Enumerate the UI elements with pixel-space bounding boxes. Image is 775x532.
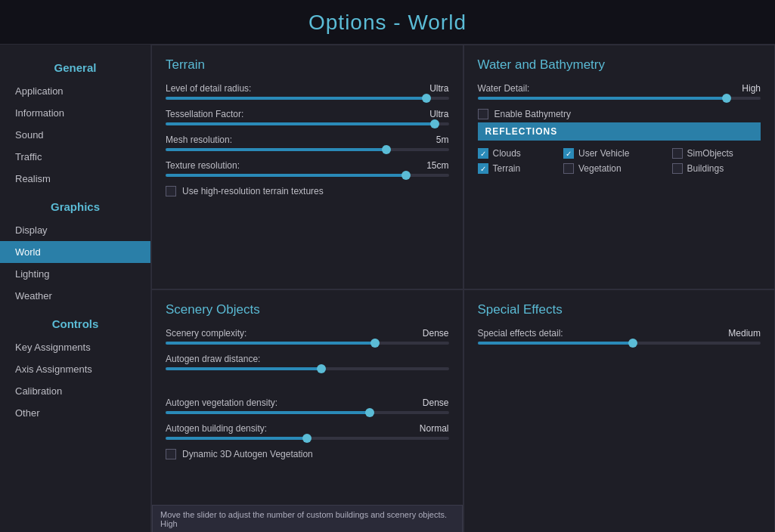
sidebar-item-sound[interactable]: Sound [0,124,150,146]
reflection-buildings[interactable]: Buildings [672,163,761,174]
buildings-checkbox[interactable] [672,163,683,174]
building-density-value: Normal [420,423,449,434]
veg-density-track[interactable] [166,411,449,414]
tess-value: Ultra [429,109,448,119]
texture-slider-row: Texture resolution: 15cm [166,160,449,177]
complexity-value: Dense [423,328,449,339]
texture-thumb[interactable] [401,171,411,180]
terrain-label: Terrain [493,163,521,174]
tess-fill [166,122,435,125]
terrain-checkbox[interactable] [478,163,488,174]
reflections-bar: REFLECTIONS [478,122,761,141]
mesh-thumb[interactable] [382,145,391,154]
clouds-checkbox[interactable] [478,148,488,159]
reflections-grid: Clouds User Vehicle SimObjects Terrain V… [478,148,761,174]
effects-title: Special Effects [478,302,761,317]
texture-track[interactable] [166,174,449,177]
water-detail-label: Water Detail: [478,83,530,94]
autogen-dist-track[interactable] [166,367,449,370]
lod-thumb[interactable] [422,94,431,103]
hires-terrain-checkbox[interactable] [166,186,176,196]
tess-track[interactable] [166,122,449,125]
sidebar-group-general: General [0,51,150,80]
sidebar-item-calibration[interactable]: Calibration [0,380,150,402]
water-detail-thumb[interactable] [722,94,731,103]
autogen-dist-fill [166,367,321,370]
reflection-vegetation[interactable]: Vegetation [563,163,657,174]
sidebar-item-weather[interactable]: Weather [0,285,150,307]
sidebar-item-axis-assignments[interactable]: Axis Assignments [0,358,150,380]
complexity-label: Scenery complexity: [166,328,246,339]
lod-track[interactable] [166,97,449,100]
tess-thumb[interactable] [430,119,439,128]
bathymetry-checkbox[interactable] [478,109,488,119]
veg-density-label: Autogen vegetation density: [166,397,277,408]
mesh-value: 5m [436,135,449,145]
effects-detail-thumb[interactable] [628,339,637,348]
reflection-user-vehicle[interactable]: User Vehicle [563,148,657,159]
dynamic-veg-checkbox[interactable] [166,449,176,459]
sidebar-item-display[interactable]: Display [0,219,150,241]
mesh-label: Mesh resolution: [166,135,232,145]
water-panel: Water and Bathymetry Water Detail: High … [463,45,776,289]
mesh-fill [166,148,386,151]
vegetation-label: Vegetation [578,163,622,174]
sidebar-item-realism[interactable]: Realism [0,168,150,190]
texture-value: 15cm [426,160,448,171]
terrain-title: Terrain [166,57,449,73]
reflection-simobjects[interactable]: SimObjects [672,148,761,159]
sidebar-group-graphics: Graphics [0,190,150,219]
lod-value: Ultra [429,83,448,94]
complexity-thumb[interactable] [370,339,380,348]
building-density-label: Autogen building density: [166,423,267,434]
simobjects-checkbox[interactable] [672,148,683,159]
sidebar-item-lighting[interactable]: Lighting [0,263,150,285]
water-detail-track[interactable] [478,97,761,100]
texture-label: Texture resolution: [166,160,240,171]
veg-density-slider-row: Autogen vegetation density: Dense [166,397,449,414]
complexity-fill [166,342,375,345]
veg-density-value: Dense [423,397,449,408]
building-density-thumb[interactable] [302,434,312,443]
autogen-dist-label: Autogen draw distance: [166,354,260,364]
building-density-track[interactable] [166,437,449,440]
scenery-panel: Scenery Objects Scenery complexity: Dens… [151,289,463,532]
bathymetry-label: Enable Bathymetry [494,109,571,119]
hires-terrain-checkbox-row[interactable]: Use high-resolution terrain textures [166,186,449,196]
sidebar-item-key-assignments[interactable]: Key Assignments [0,336,150,358]
water-title: Water and Bathymetry [478,57,761,73]
bathymetry-checkbox-row[interactable]: Enable Bathymetry [478,109,761,119]
terrain-panel: Terrain Level of detail radius: Ultra Te… [151,45,463,289]
mesh-track[interactable] [166,148,449,151]
sidebar-item-traffic[interactable]: Traffic [0,146,150,168]
building-density-slider-row: Autogen building density: Normal [166,423,449,440]
veg-density-thumb[interactable] [365,408,374,417]
main-layout: General Application Information Sound Tr… [0,45,775,532]
dynamic-veg-checkbox-row[interactable]: Dynamic 3D Autogen Vegetation [166,449,449,459]
clouds-label: Clouds [493,148,521,159]
sidebar-item-information[interactable]: Information [0,102,150,124]
sidebar-item-application[interactable]: Application [0,80,150,102]
effects-detail-track[interactable] [478,342,761,345]
scenery-title: Scenery Objects [166,302,449,317]
complexity-track[interactable] [166,342,449,345]
dynamic-veg-label: Dynamic 3D Autogen Vegetation [182,449,313,459]
reflection-terrain[interactable]: Terrain [478,163,548,174]
lod-label: Level of detail radius: [166,83,251,94]
complexity-slider-row: Scenery complexity: Dense [166,328,449,345]
mesh-slider-row: Mesh resolution: 5m [166,135,449,151]
autogen-dist-thumb[interactable] [317,364,326,373]
user-vehicle-label: User Vehicle [578,148,629,159]
tess-slider-row: Tessellation Factor: Ultra [166,109,449,125]
building-density-fill [166,437,307,440]
page-title: Options - World [0,11,775,35]
sidebar-item-world[interactable]: World [0,241,150,263]
water-detail-value: High [742,83,761,94]
sidebar-item-other[interactable]: Other [0,402,150,424]
user-vehicle-checkbox[interactable] [563,148,574,159]
simobjects-label: SimObjects [687,148,733,159]
reflection-clouds[interactable]: Clouds [478,148,548,159]
vegetation-checkbox[interactable] [563,163,574,174]
effects-detail-value: Medium [728,328,761,339]
lod-fill [166,97,426,100]
